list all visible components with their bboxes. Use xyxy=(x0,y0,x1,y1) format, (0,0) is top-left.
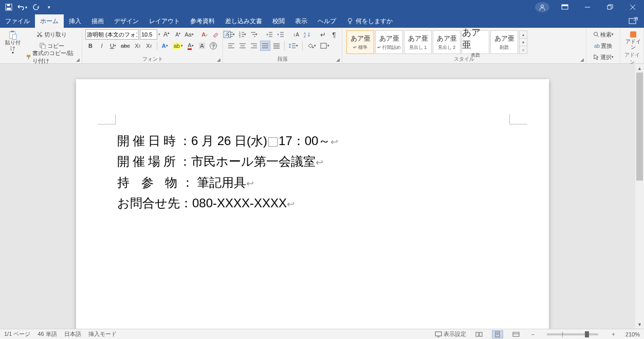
cut-button[interactable]: 切り取り xyxy=(25,29,79,40)
strikethrough-button[interactable]: abc xyxy=(119,41,132,51)
styles-row-down[interactable]: ▾ xyxy=(520,39,527,46)
text-direction-button[interactable]: ↕A xyxy=(291,29,301,40)
styles-row-up[interactable]: ▴ xyxy=(520,31,527,39)
account-icon[interactable] xyxy=(535,2,549,12)
undo-button[interactable]: ▾ xyxy=(16,2,28,13)
doc-line-3[interactable]: 持 参 物：筆記用具↩ xyxy=(117,172,508,193)
close-button[interactable] xyxy=(621,0,644,14)
tab-references[interactable]: 参考資料 xyxy=(185,14,220,28)
enclose-characters-button[interactable]: 字 xyxy=(208,41,218,51)
character-shading-button[interactable]: A xyxy=(197,41,207,51)
doc-line-2[interactable]: 開催場所：市民ホール第一会議室↩ xyxy=(117,151,508,172)
display-settings-button[interactable]: 表示設定 xyxy=(435,330,466,338)
subscript-button[interactable]: X2 xyxy=(133,41,143,51)
ribbon-options-button[interactable] xyxy=(554,0,576,14)
font-size-combo[interactable] xyxy=(140,29,157,40)
find-button[interactable]: 検索▾ xyxy=(590,29,617,40)
print-layout-button[interactable] xyxy=(492,330,503,338)
underline-button[interactable]: U▾ xyxy=(108,41,118,51)
status-language[interactable]: 日本語 xyxy=(64,330,81,338)
bullets-button[interactable]: ▾ xyxy=(226,29,236,40)
font-color-button[interactable]: A▾ xyxy=(186,41,196,51)
grow-font-button[interactable]: A▴ xyxy=(161,29,172,40)
tab-design[interactable]: デザイン xyxy=(109,14,144,28)
tab-help[interactable]: ヘルプ xyxy=(312,14,341,28)
tell-me-search[interactable]: 何をしますか xyxy=(341,14,398,28)
scroll-up-button[interactable]: ▲ xyxy=(635,64,644,73)
document-area[interactable]: 開催日時：6 月 26 日(水)17：00～↩ 開催場所：市民ホール第一会議室↩… xyxy=(0,64,635,329)
status-page[interactable]: 1/1 ページ xyxy=(4,330,30,338)
minimize-button[interactable] xyxy=(576,0,599,14)
zoom-out-button[interactable]: − xyxy=(529,331,536,337)
sort-button[interactable]: AZ xyxy=(302,29,312,40)
style-item-3[interactable]: あア亜見出し 2 xyxy=(433,30,461,54)
select-button[interactable]: 選択▾ xyxy=(590,52,617,62)
redo-button[interactable] xyxy=(30,2,41,13)
tab-layout[interactable]: レイアウト xyxy=(144,14,185,28)
qat-customize[interactable]: ▾ xyxy=(43,2,54,13)
scroll-thumb[interactable] xyxy=(636,73,643,181)
replace-button[interactable]: ab置換 xyxy=(590,41,617,51)
multilevel-list-button[interactable]: ▾ xyxy=(249,29,259,40)
borders-button[interactable]: ▾ xyxy=(319,41,331,51)
numbering-button[interactable]: 123▾ xyxy=(237,29,248,40)
style-item-2[interactable]: あア亜見出し 1 xyxy=(404,30,432,54)
font-name-combo[interactable] xyxy=(85,29,139,40)
styles-more[interactable]: ▴ ▾ ▿ xyxy=(519,30,527,54)
align-justify-button[interactable] xyxy=(260,41,270,51)
change-case-button[interactable]: Aa▾ xyxy=(184,29,194,40)
increase-indent-button[interactable] xyxy=(275,29,286,40)
show-pilcrow-button[interactable]: ¶ xyxy=(329,29,339,40)
paragraph-dialog-launcher[interactable]: ◢ xyxy=(335,57,341,63)
addins-button[interactable]: アドイン xyxy=(623,29,643,51)
align-left-button[interactable] xyxy=(226,41,236,51)
italic-button[interactable]: I xyxy=(97,41,107,51)
doc-line-1[interactable]: 開催日時：6 月 26 日(水)17：00～↩ xyxy=(117,131,508,151)
style-item-0[interactable]: あア亜↵ 標準 xyxy=(346,30,374,54)
share-button[interactable] xyxy=(629,14,638,28)
tab-view[interactable]: 表示 xyxy=(290,14,312,28)
format-painter-button[interactable]: 書式のコピー/貼り付け xyxy=(25,52,79,62)
style-item-1[interactable]: あア亜↵ 行間詰め xyxy=(375,30,403,54)
shrink-font-button[interactable]: A▾ xyxy=(173,29,183,40)
font-dialog-launcher[interactable]: ◢ xyxy=(215,57,222,63)
tab-file[interactable]: ファイル xyxy=(0,14,35,28)
doc-line-4[interactable]: お問合せ先：080-XXXX-XXXX↩ xyxy=(117,193,508,213)
zoom-level[interactable]: 210% xyxy=(625,331,640,337)
styles-dialog-launcher[interactable]: ◢ xyxy=(579,57,585,63)
styles-expand[interactable]: ▿ xyxy=(520,46,527,53)
tab-home[interactable]: ホーム xyxy=(35,14,64,28)
maximize-button[interactable] xyxy=(599,0,621,14)
text-effects-button[interactable]: A▾ xyxy=(160,41,170,51)
style-item-5[interactable]: あア亜副題 xyxy=(490,30,518,54)
phonetic-guide-button[interactable]: A♪ xyxy=(199,29,210,40)
scroll-down-button[interactable]: ▼ xyxy=(635,320,644,329)
shading-button[interactable]: ▾ xyxy=(305,41,318,51)
status-words[interactable]: 46 単語 xyxy=(38,330,57,338)
clipboard-dialog-launcher[interactable]: ◢ xyxy=(75,57,81,63)
tab-review[interactable]: 校閲 xyxy=(267,14,290,28)
bold-button[interactable]: B xyxy=(85,41,96,51)
read-mode-button[interactable] xyxy=(473,330,485,338)
tab-insert[interactable]: 挿入 xyxy=(64,14,86,28)
distributed-button[interactable] xyxy=(271,41,282,51)
vertical-scrollbar[interactable]: ▲ ▼ xyxy=(635,64,644,329)
show-marks-button[interactable]: ↵ xyxy=(318,29,328,40)
highlight-button[interactable]: ab▾ xyxy=(171,41,185,51)
superscript-button[interactable]: X2 xyxy=(144,41,154,51)
clear-formatting-button[interactable] xyxy=(211,29,221,40)
align-center-button[interactable] xyxy=(237,41,248,51)
paste-button[interactable]: 貼り付け ▼ xyxy=(3,29,23,56)
zoom-slider-knob[interactable] xyxy=(585,331,589,337)
document-body[interactable]: 開催日時：6 月 26 日(水)17：00～↩ 開催場所：市民ホール第一会議室↩… xyxy=(117,131,508,213)
scroll-track[interactable] xyxy=(635,73,644,320)
save-button[interactable] xyxy=(3,2,14,13)
tab-draw[interactable]: 描画 xyxy=(86,14,109,28)
web-layout-button[interactable] xyxy=(510,330,522,338)
style-item-4[interactable]: あア亜表題 xyxy=(462,30,489,54)
align-right-button[interactable] xyxy=(249,41,259,51)
status-mode[interactable]: 挿入モード xyxy=(88,330,117,338)
zoom-slider[interactable] xyxy=(547,333,598,335)
tab-mailings[interactable]: 差し込み文書 xyxy=(220,14,267,28)
decrease-indent-button[interactable] xyxy=(264,29,274,40)
